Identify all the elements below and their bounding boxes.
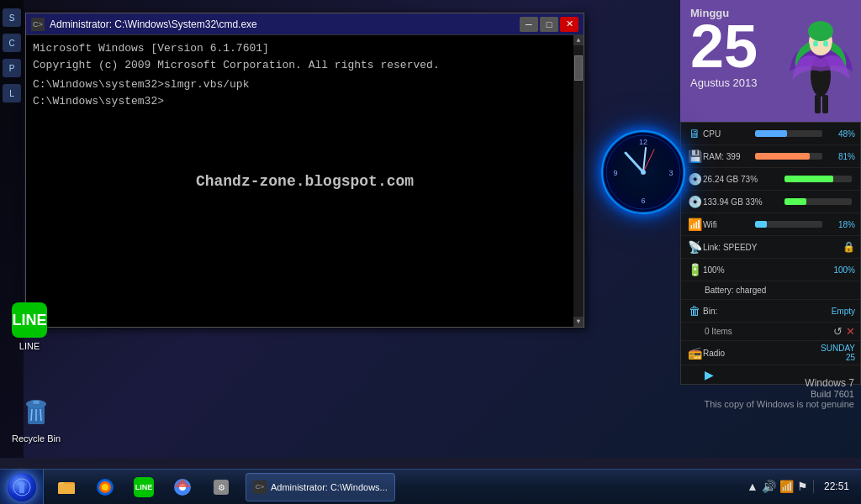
- cmd-window: C> Administrator: C:\Windows\System32\cm…: [25, 13, 584, 328]
- taskbar-cmd-window[interactable]: C> Administrator: C:\Windows...: [246, 473, 395, 501]
- scrollbar-thumb[interactable]: [574, 55, 583, 81]
- close-button[interactable]: ✕: [560, 17, 578, 32]
- taskbar-chrome-icon[interactable]: [164, 471, 201, 503]
- line-desktop-icon[interactable]: LINE LINE: [12, 302, 47, 351]
- recycle-bin-desktop-icon[interactable]: Recycle Bin: [12, 395, 61, 444]
- sysmon-binitems-row: 0 Items ↺ ✕: [681, 323, 860, 341]
- svg-point-16: [641, 170, 646, 175]
- sysmon-battery-row: 🔋 100% 100%: [681, 259, 860, 281]
- svg-line-21: [40, 409, 41, 421]
- svg-rect-22: [33, 401, 40, 404]
- clock-widget: 12 3 6 9: [601, 130, 689, 218]
- sysmon-ram-row: 💾 RAM: 399 81%: [681, 145, 860, 168]
- bat-status: Battery: charged: [686, 286, 855, 295]
- svg-text:6: 6: [641, 197, 645, 205]
- line-icon-image: LINE: [12, 302, 47, 338]
- wifi-icon: 📶: [686, 216, 703, 233]
- taskbar-firefox-icon[interactable]: [87, 471, 124, 503]
- cmd-titlebar-left: C> Administrator: C:\Windows\System32\cm…: [31, 18, 257, 31]
- svg-rect-3: [809, 28, 832, 36]
- cmd-line1: Microsoft Windows [Version 6.1.7601]: [33, 40, 577, 57]
- bat-label2: 100%: [826, 265, 855, 275]
- sidebar-icon-3[interactable]: P: [3, 59, 21, 77]
- calendar-month-year: Agustus 2013: [690, 76, 758, 89]
- cmd-scrollbar[interactable]: ▲ ▼: [573, 35, 584, 327]
- minimize-button[interactable]: ─: [520, 17, 538, 32]
- taskbar: LINE ⚙ C> Administrator: C:\Windows... ▲…: [0, 469, 861, 504]
- bin-value: Empty: [826, 307, 855, 316]
- c-label: 26.24 GB 73%: [703, 175, 781, 184]
- cpu-bar: [755, 130, 787, 137]
- scrollbar-up[interactable]: ▲: [573, 35, 584, 45]
- sysmon-c-row: 💿 26.24 GB 73%: [681, 168, 860, 191]
- tray-network-icon[interactable]: 📶: [779, 480, 794, 493]
- svg-text:⚙: ⚙: [218, 483, 225, 492]
- sidebar-icon-2[interactable]: C: [3, 34, 21, 52]
- cmd-app-icon: C>: [31, 18, 45, 31]
- bin-clear-icon[interactable]: ✕: [846, 325, 855, 338]
- svg-text:9: 9: [613, 169, 617, 177]
- svg-point-28: [102, 484, 108, 491]
- sidebar: S C P L: [0, 0, 24, 458]
- build-number: Build 7601: [704, 389, 854, 399]
- sidebar-icon-1[interactable]: S: [3, 8, 21, 27]
- sysmon-widget: 🖥 CPU 48% 💾 RAM: 399 81% 💿 26.24 GB 73%: [680, 122, 861, 385]
- svg-rect-25: [58, 484, 75, 494]
- svg-text:12: 12: [639, 138, 647, 146]
- cmd-line4: C:\Windows\system32>: [33, 93, 577, 110]
- cmd-line3: C:\Windows\system32>slmgr.vbs/upk: [33, 76, 577, 93]
- scrollbar-down[interactable]: ▼: [573, 317, 584, 327]
- c-bar-container: [784, 176, 852, 182]
- taskbar-icon5[interactable]: ⚙: [203, 471, 240, 503]
- wifi-bar-container: [755, 221, 822, 228]
- start-button[interactable]: [0, 470, 44, 505]
- sidebar-icon-4[interactable]: L: [3, 84, 21, 102]
- refresh-icon[interactable]: ↺: [833, 325, 843, 338]
- battery-icon: 🔋: [686, 261, 703, 278]
- recycle-bin-image: [18, 395, 54, 430]
- tray-arrow-icon[interactable]: ▲: [747, 480, 758, 493]
- tray-volume-icon[interactable]: 🔊: [762, 480, 776, 493]
- line-icon-label: LINE: [19, 341, 40, 351]
- taskbar-explorer-icon[interactable]: [48, 471, 85, 503]
- wifi-bar: [755, 221, 767, 228]
- svg-point-5: [823, 41, 828, 47]
- svg-point-4: [813, 41, 818, 47]
- cmd-body[interactable]: Microsoft Windows [Version 6.1.7601] Cop…: [26, 35, 584, 327]
- wifi-label: Wifi: [703, 220, 752, 229]
- tray-action-center-icon[interactable]: ⚑: [797, 480, 808, 493]
- taskbar-line-icon[interactable]: LINE: [125, 471, 162, 503]
- wifi-value: 18%: [826, 220, 855, 229]
- calendar-widget: Minggu 25 Agustus 2013: [680, 0, 861, 122]
- cmd-titlebar[interactable]: C> Administrator: C:\Windows\System32\cm…: [26, 13, 584, 35]
- radio-play-icon[interactable]: ▶: [686, 368, 714, 381]
- taskbar-clock[interactable]: 22:51: [817, 480, 856, 494]
- svg-rect-7: [822, 95, 828, 113]
- cpu-value: 48%: [826, 129, 855, 139]
- tray-icons: ▲ 🔊 📶 ⚑: [742, 480, 814, 493]
- c-bar: [784, 176, 833, 182]
- genuine-warning: This copy of Windows is not genuine: [704, 399, 854, 409]
- wifi-link-icon: 📡: [686, 239, 703, 255]
- d-label: 133.94 GB 33%: [703, 197, 781, 207]
- sysmon-d-row: 💿 133.94 GB 33%: [681, 191, 860, 213]
- svg-rect-6: [815, 95, 821, 113]
- bin-icon: 🗑: [686, 302, 703, 319]
- maximize-button[interactable]: □: [540, 17, 558, 32]
- d-bar: [784, 198, 806, 205]
- cpu-bar-container: [755, 130, 822, 137]
- taskbar-right: ▲ 🔊 📶 ⚑ 22:51: [742, 480, 861, 494]
- ram-bar: [755, 153, 810, 160]
- taskbar-cmd-icon: C>: [253, 480, 267, 494]
- cmd-controls: ─ □ ✕: [520, 17, 578, 32]
- sysmon-batstatus-row: Battery: charged: [681, 281, 860, 300]
- cmd-watermark: Chandz-zone.blogspot.com: [196, 170, 414, 192]
- bin-items: 0 Items: [686, 327, 830, 336]
- bin-label: Bin:: [703, 307, 826, 316]
- anime-character: [785, 4, 857, 118]
- ram-bar-container: [755, 153, 822, 160]
- clock-time: 22:51: [824, 480, 849, 494]
- recycle-bin-label: Recycle Bin: [12, 433, 61, 444]
- ram-value: 81%: [826, 152, 855, 161]
- sysmon-radioplay-row: ▶: [681, 365, 860, 384]
